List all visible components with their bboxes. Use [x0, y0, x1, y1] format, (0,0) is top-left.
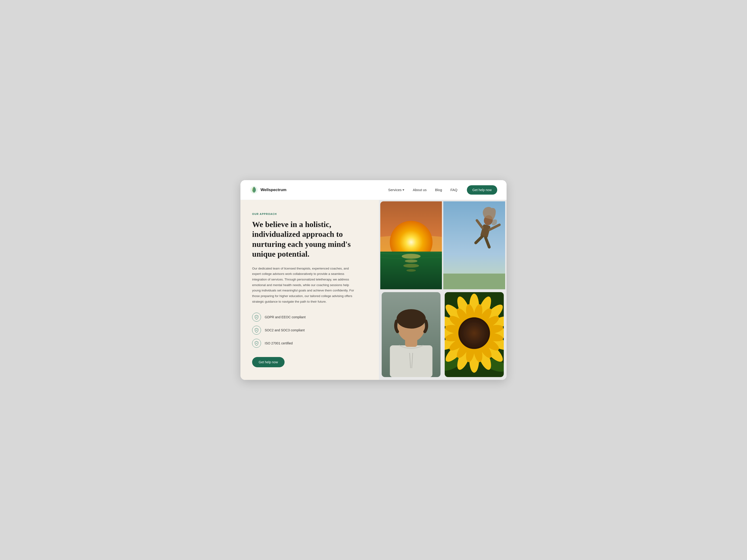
about-link[interactable]: About us [413, 188, 427, 192]
image-person [382, 292, 441, 377]
compliance-text-gdpr: GDPR and EEOC compliant [265, 315, 306, 319]
compliance-list: GDPR and EEOC compliant SOC2 and SOC3 co… [252, 313, 367, 348]
navbar: Wellspectrum Services About us Blog [240, 180, 507, 200]
image-sunset [380, 202, 442, 289]
nav-item-blog[interactable]: Blog [435, 188, 442, 192]
nav-links: Services About us Blog FAQ [388, 188, 458, 192]
nav-cta-button[interactable]: Get help now [467, 185, 497, 195]
svg-rect-10 [443, 273, 505, 289]
main-cta-button[interactable]: Get help now [252, 357, 285, 367]
svg-point-61 [459, 317, 490, 349]
svg-point-5 [402, 254, 421, 259]
services-link[interactable]: Services [388, 188, 405, 192]
section-label: OUR APPROACH [252, 213, 367, 215]
svg-point-25 [396, 309, 426, 328]
shield-icon-gdpr [252, 313, 261, 322]
svg-point-8 [406, 269, 416, 272]
right-panel [379, 200, 507, 380]
brand-name: Wellspectrum [260, 188, 286, 192]
svg-point-7 [403, 264, 419, 268]
faq-link[interactable]: FAQ [450, 188, 457, 192]
browser-window: Wellspectrum Services About us Blog [240, 180, 507, 380]
svg-rect-18 [390, 345, 432, 377]
nav-item-faq[interactable]: FAQ [450, 188, 457, 192]
compliance-text-soc: SOC2 and SOC3 compliant [265, 328, 305, 332]
image-jump [443, 202, 505, 289]
left-panel: OUR APPROACH We believe in a holistic, i… [240, 200, 379, 380]
nav-item-about[interactable]: About us [413, 188, 427, 192]
compliance-item-iso: ISO 27001 certified [252, 339, 367, 348]
blog-link[interactable]: Blog [435, 188, 442, 192]
main-heading: We believe in a holistic, individualized… [252, 219, 367, 259]
nav-item-services[interactable]: Services [388, 188, 405, 192]
main-description: Our dedicated team of licensed therapist… [252, 266, 355, 304]
main-content: OUR APPROACH We believe in a holistic, i… [240, 200, 507, 380]
chevron-down-icon [403, 189, 404, 191]
image-sunflower [445, 292, 504, 377]
shield-icon-iso [252, 339, 261, 348]
svg-point-6 [405, 260, 417, 263]
shield-icon-soc [252, 326, 261, 335]
compliance-item-soc: SOC2 and SOC3 compliant [252, 326, 367, 335]
logo[interactable]: Wellspectrum [250, 186, 286, 194]
compliance-text-iso: ISO 27001 certified [265, 341, 293, 345]
logo-icon [250, 186, 258, 194]
compliance-item-gdpr: GDPR and EEOC compliant [252, 313, 367, 322]
